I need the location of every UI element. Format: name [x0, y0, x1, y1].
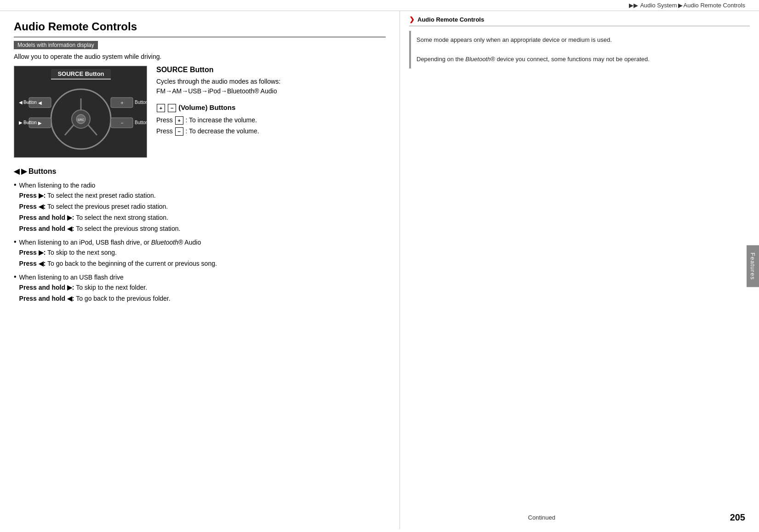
bullet-dot: •: [14, 273, 17, 280]
top-section: SOURCE Button ◀ ▶: [14, 66, 386, 158]
sub-line: Press and hold ◀: To go back to the prev…: [19, 293, 386, 304]
main-container: Audio Remote Controls Models with inform…: [0, 11, 759, 529]
svg-text:SOURCE Button: SOURCE Button: [57, 70, 104, 77]
bullet-content: When listening to an USB flash drive Pre…: [19, 272, 386, 304]
footer-continued: Continued: [366, 514, 718, 521]
svg-text:◀: ◀: [19, 100, 23, 105]
bullet-content: When listening to the radio Press ▶: To …: [19, 180, 386, 235]
breadcrumb-arrows: ▶▶: [629, 2, 638, 9]
sidebar-area: ❯ Audio Remote Controls Some mode appear…: [400, 11, 759, 529]
diagram-svg: SOURCE Button ◀ ▶: [14, 66, 147, 158]
footer: Continued 205: [0, 512, 759, 523]
svg-text:▶: ▶: [38, 120, 42, 126]
bullet-dot: •: [14, 238, 17, 246]
sub-line: Press ▶: To select the next preset radio…: [19, 190, 386, 201]
breadcrumb-section2: Audio Remote Controls: [684, 2, 745, 9]
svg-text:◀: ◀: [38, 100, 42, 105]
sidebar-arrow: ❯: [409, 16, 415, 23]
nav-title: ◀ ▶ Buttons: [14, 167, 386, 176]
sidebar-text1: Some mode appears only when an appropria…: [417, 35, 744, 45]
next-btn-icon: ▶: [21, 167, 27, 176]
sub-line: Press and hold ◀: To select the previous…: [19, 223, 386, 235]
sub-line: Press ▶: To skip to the next song.: [19, 247, 386, 258]
diagram-container: SOURCE Button ◀ ▶: [14, 66, 147, 158]
bullet-intro: When listening to the radio: [19, 182, 96, 189]
bullet-list: • When listening to the radio Press ▶: T…: [14, 180, 386, 304]
features-tab: Features: [747, 245, 759, 287]
list-item: • When listening to the radio Press ▶: T…: [14, 180, 386, 235]
svg-text:Button: Button: [23, 100, 37, 105]
bullet-intro: When listening to an iPod, USB flash dri…: [19, 239, 201, 246]
svg-text:Button: Button: [23, 120, 37, 125]
sidebar-title: Audio Remote Controls: [417, 16, 484, 23]
source-description: SOURCE Button Cycles through the audio m…: [156, 66, 386, 158]
breadcrumb: ▶▶ Audio System ▶ Audio Remote Controls: [0, 0, 759, 11]
sub-line: Press and hold ▶: To skip to the next fo…: [19, 282, 386, 293]
sidebar-header: ❯ Audio Remote Controls: [409, 16, 750, 26]
svg-text:▶: ▶: [19, 120, 23, 125]
svg-text:SRC: SRC: [78, 118, 85, 121]
sidebar-box: Some mode appears only when an appropria…: [409, 31, 750, 69]
minus-icon: −: [168, 104, 176, 112]
footer-page-number: 205: [718, 512, 745, 523]
svg-text:＋: ＋: [120, 100, 125, 105]
vol-plus-icon: +: [175, 116, 183, 125]
nav-buttons-section: ◀ ▶ Buttons • When listening to the radi…: [14, 167, 386, 304]
svg-text:－: －: [120, 120, 125, 126]
intro-text: Allow you to operate the audio system wh…: [14, 53, 386, 60]
plus-icon: +: [157, 104, 165, 112]
source-button-title: SOURCE Button: [156, 66, 386, 74]
models-badge: Models with information display: [14, 41, 98, 49]
svg-text:Button: Button: [135, 120, 147, 125]
vol-minus-icon: −: [175, 127, 183, 136]
breadcrumb-sep2: ▶: [678, 2, 683, 9]
list-item: • When listening to an iPod, USB flash d…: [14, 237, 386, 269]
breadcrumb-section1: Audio System: [640, 2, 677, 9]
svg-text:Button: Button: [135, 100, 147, 105]
volume-title: + − (Volume) Buttons: [156, 103, 386, 112]
content-area: Audio Remote Controls Models with inform…: [0, 11, 400, 529]
bullet-intro: When listening to an USB flash drive: [19, 274, 124, 281]
page-title: Audio Remote Controls: [14, 20, 386, 33]
sidebar-text2: Depending on the Bluetooth® device you c…: [417, 55, 744, 64]
sub-line: Press ◀: To select the previous preset r…: [19, 201, 386, 212]
bullet-content: When listening to an iPod, USB flash dri…: [19, 237, 386, 269]
prev-btn-icon: ◀: [14, 167, 19, 176]
source-button-body: Cycles through the audio modes as follow…: [156, 77, 386, 96]
list-item: • When listening to an USB flash drive P…: [14, 272, 386, 304]
section-divider: [14, 37, 386, 37]
sub-line: Press ◀: To go back to the beginning of …: [19, 258, 386, 269]
volume-body: Press + : To increase the volume. Press …: [156, 115, 386, 137]
bullet-dot: •: [14, 181, 17, 189]
sub-line: Press and hold ▶: To select the next str…: [19, 212, 386, 223]
